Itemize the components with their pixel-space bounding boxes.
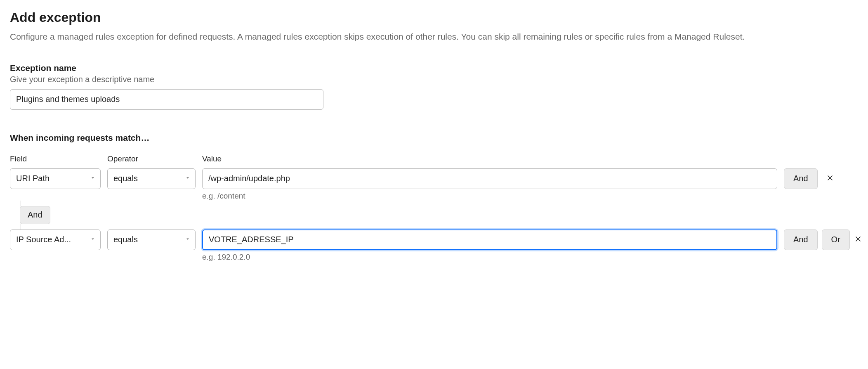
or-button[interactable]: Or: [822, 229, 850, 250]
page-description: Configure a managed rules exception for …: [10, 30, 858, 43]
and-button[interactable]: And: [784, 168, 818, 189]
rule-table: Field Operator Value URI Path equals: [10, 154, 858, 262]
close-icon: [854, 235, 862, 244]
page-title: Add exception: [10, 10, 858, 25]
rule-header: Field Operator Value: [10, 154, 858, 163]
exception-name-input[interactable]: [10, 89, 323, 110]
match-section-title: When incoming requests match…: [10, 133, 858, 143]
value-input[interactable]: [202, 168, 777, 189]
close-icon: [826, 174, 834, 183]
operator-select-value: equals: [113, 235, 138, 244]
operator-select[interactable]: equals: [107, 168, 196, 189]
field-select[interactable]: IP Source Ad...: [10, 229, 101, 250]
operator-select-value: equals: [113, 174, 138, 183]
exception-name-hint: Give your exception a descriptive name: [10, 75, 858, 84]
and-button[interactable]: And: [784, 229, 818, 250]
remove-row-button[interactable]: [822, 168, 838, 189]
remove-row-button[interactable]: [854, 229, 862, 250]
column-field-label: Field: [10, 154, 101, 163]
column-value-label: Value: [202, 154, 777, 163]
column-operator-label: Operator: [107, 154, 196, 163]
exception-name-label: Exception name: [10, 63, 858, 73]
value-input[interactable]: [202, 229, 777, 250]
field-select-value: IP Source Ad...: [16, 235, 71, 244]
rule-connector: And: [10, 201, 858, 229]
operator-select[interactable]: equals: [107, 229, 196, 250]
rule-row: URI Path equals e.g. /content And: [10, 168, 858, 201]
connector-label: And: [20, 206, 50, 224]
field-select[interactable]: URI Path: [10, 168, 101, 189]
value-hint: e.g. 192.0.2.0: [202, 253, 777, 262]
field-select-value: URI Path: [16, 174, 50, 183]
rule-row: IP Source Ad... equals e.g. 192.0.2.0: [10, 229, 858, 262]
value-hint: e.g. /content: [202, 192, 777, 201]
